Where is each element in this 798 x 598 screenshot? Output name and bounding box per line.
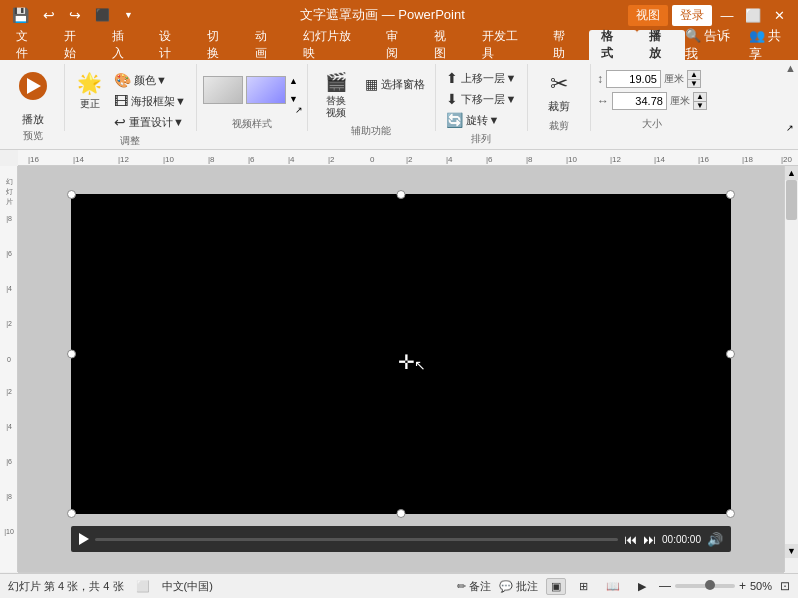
video-volume-button[interactable]: 🔊 [707,532,723,547]
tab-playback[interactable]: 播放 [637,30,685,60]
size-expand[interactable]: ↗ [786,123,794,133]
scrollbar-right[interactable]: ▲ ▼ [784,166,798,572]
reading-view-button[interactable]: 📖 [601,578,625,595]
fit-to-window-button[interactable]: ⊡ [780,579,790,593]
ribbon-collapse-button[interactable]: ▲ [785,62,796,74]
video-style-scroll[interactable]: ▲ ▼ [289,76,301,104]
height-up[interactable]: ▲ [687,70,701,79]
video-style-group-label: 视频样式 [232,117,272,131]
svg-text:|4: |4 [6,285,12,293]
tab-developer[interactable]: 开发工具 [470,30,542,60]
video-element[interactable]: ✛ ↖ [71,194,731,514]
save-icon[interactable]: 💾 [8,5,33,25]
width-icon: ↔ [597,94,609,108]
svg-text:|8: |8 [208,155,215,164]
tab-help[interactable]: 帮助 [541,30,589,60]
view-tab-btn[interactable]: 视图 [628,5,668,26]
handle-br[interactable] [726,509,735,518]
svg-text:|12: |12 [118,155,130,164]
play-preview-button[interactable] [8,64,58,108]
width-spinner[interactable]: ▲ ▼ [693,92,707,110]
svg-text:|4: |4 [288,155,295,164]
video-play-button[interactable] [79,533,89,545]
redo-icon[interactable]: ↪ [65,5,85,25]
tab-file[interactable]: 文件 [4,30,52,60]
slide-sorter-button[interactable]: ⊞ [574,578,593,595]
quick-access-icon[interactable]: ⬛ [91,6,114,24]
height-spinner[interactable]: ▲ ▼ [687,70,701,88]
scroll-up-button[interactable]: ▲ [785,166,798,180]
handle-tr[interactable] [726,190,735,199]
zoom-out-button[interactable]: — [659,579,671,593]
zoom-level[interactable]: 50% [750,580,772,592]
video-style-2[interactable] [246,76,286,104]
crop-group-label: 裁剪 [549,119,569,133]
ribbon-group-preview: 播放 预览 [4,64,65,131]
normal-view-button[interactable]: ▣ [546,578,566,595]
ribbon-group-accessibility: 🎬 替换视频 ▦ 选择窗格 辅助功能 [310,64,436,131]
handle-tc[interactable] [397,190,406,199]
handle-ml[interactable] [67,350,76,359]
video-style-1[interactable] [203,76,243,104]
correct-button[interactable]: 🌟 更正 [71,68,108,114]
height-down[interactable]: ▼ [687,79,701,88]
crop-button[interactable]: ✂ 裁剪 [534,68,584,117]
handle-mr[interactable] [726,350,735,359]
language-indicator[interactable]: 中文(中国) [162,579,213,594]
width-input[interactable] [612,92,667,110]
video-style-expand[interactable]: ↗ [295,105,303,115]
svg-text:|2: |2 [6,388,12,396]
close-button[interactable]: ✕ [768,4,790,26]
handle-tl[interactable] [67,190,76,199]
rotate-button[interactable]: 🔄 旋转▼ [442,110,503,130]
tab-animations[interactable]: 动画 [243,30,291,60]
move-cursor-icon: ✛ [398,350,415,374]
video-seek-forward-button[interactable]: ⏭ [643,532,656,547]
poster-frame-button[interactable]: 🎞 海报框架▼ [110,91,190,111]
comments-button[interactable]: 💬 批注 [499,579,538,594]
handle-bc[interactable] [397,509,406,518]
video-progress-bar[interactable] [95,538,618,541]
tab-design[interactable]: 设计 [147,30,195,60]
zoom-slider[interactable] [675,584,735,588]
minimize-button[interactable]: — [716,4,738,26]
tab-format[interactable]: 格式 [589,30,637,60]
tab-slideshow[interactable]: 幻灯片放映 [291,30,374,60]
tab-view[interactable]: 视图 [422,30,470,60]
scrollbar-right-thumb[interactable] [786,180,797,220]
share-button[interactable]: 👥 共享 [749,27,794,63]
replace-video-button[interactable]: 🎬 替换视频 [314,68,358,122]
restore-button[interactable]: ⬜ [742,4,764,26]
title-bar-left: 💾 ↩ ↪ ⬛ ▼ [8,5,137,25]
svg-text:|4: |4 [446,155,453,164]
accessibility-check-icon[interactable]: ⬜ [136,580,150,593]
send-backward-button[interactable]: ⬇ 下移一层▼ [442,89,520,109]
help-search-icon[interactable]: 🔍 告诉我 [685,27,743,63]
svg-text:幻: 幻 [6,178,13,185]
select-pane-button[interactable]: ▦ 选择窗格 [361,74,429,94]
width-up[interactable]: ▲ [693,92,707,101]
handle-bl[interactable] [67,509,76,518]
slideshow-view-button[interactable]: ▶ [633,578,651,595]
undo-icon[interactable]: ↩ [39,5,59,25]
notes-button[interactable]: ✏ 备注 [457,579,491,594]
scroll-down-button[interactable]: ▼ [785,544,798,558]
reset-design-button[interactable]: ↩ 重置设计▼ [110,112,190,132]
slide-view[interactable]: ✛ ↖ [18,166,784,572]
qa-dropdown[interactable]: ▼ [120,8,137,22]
width-down[interactable]: ▼ [693,101,707,110]
zoom-thumb[interactable] [705,580,715,590]
bring-forward-button[interactable]: ⬆ 上移一层▼ [442,68,520,88]
tab-home[interactable]: 开始 [52,30,100,60]
color-button[interactable]: 🎨 颜色▼ [110,70,190,90]
video-seek-back-button[interactable]: ⏮ [624,532,637,547]
zoom-in-button[interactable]: + [739,579,746,593]
height-input[interactable] [606,70,661,88]
svg-text:|6: |6 [6,458,12,466]
video-controls-bar: ⏮ ⏭ 00:00:00 🔊 [71,526,731,552]
tab-review[interactable]: 审阅 [374,30,422,60]
tab-insert[interactable]: 插入 [100,30,148,60]
login-button[interactable]: 登录 [672,5,712,26]
tab-transitions[interactable]: 切换 [195,30,243,60]
svg-text:|16: |16 [28,155,40,164]
